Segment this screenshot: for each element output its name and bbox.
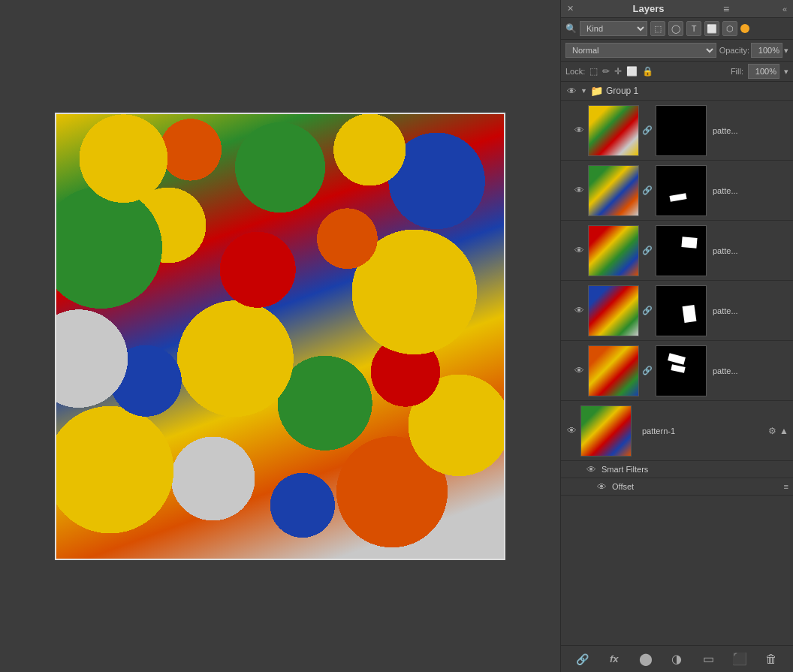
filter-type-btn[interactable]: T xyxy=(686,21,701,36)
fill-input[interactable] xyxy=(748,64,779,79)
opacity-arrow-icon: ▾ xyxy=(784,46,788,56)
group-folder-icon: 📁 xyxy=(590,85,603,97)
pattern1-visibility[interactable]: 👁 xyxy=(565,425,577,437)
layer-row[interactable]: 👁 🔗 patte... xyxy=(561,281,793,341)
offset-visibility[interactable]: 👁 xyxy=(596,481,608,493)
delete-layer-button[interactable]: 🗑 xyxy=(762,650,780,668)
group-label: Group 1 xyxy=(606,86,788,96)
layer-row[interactable]: 👁 🔗 patte... xyxy=(561,221,793,281)
pattern1-name: pattern-1 xyxy=(639,426,765,435)
pattern1-smartobj-icon: ⚙ xyxy=(768,426,776,436)
layer-1-visibility[interactable]: 👁 xyxy=(573,125,585,137)
canvas-area xyxy=(0,0,560,672)
layer-4-visibility[interactable]: 👁 xyxy=(573,305,585,317)
layer-1-mask-thumb xyxy=(656,105,707,156)
lock-transparent-icon[interactable]: ⬚ xyxy=(589,66,598,77)
fill-label: Fill: xyxy=(731,67,743,76)
opacity-input[interactable] xyxy=(751,43,782,58)
layer-row[interactable]: 👁 🔗 patte... xyxy=(561,161,793,221)
layer-5-chain-icon: 🔗 xyxy=(642,366,653,375)
smart-filters-label: Smart Filters xyxy=(602,465,648,474)
layer-effects-button[interactable]: fx xyxy=(605,650,623,668)
layer-3-visibility[interactable]: 👁 xyxy=(573,245,585,257)
layer-row[interactable]: 👁 🔗 patte... xyxy=(561,341,793,401)
lock-brush-icon[interactable]: ✏ xyxy=(602,66,610,77)
filter-adjustment-btn[interactable]: ◯ xyxy=(668,21,683,36)
blend-opacity-row: Normal Dissolve Multiply Screen Overlay … xyxy=(561,40,793,62)
lock-position-icon[interactable]: ✛ xyxy=(614,66,622,77)
layer-4-mask-thumb xyxy=(656,285,707,336)
filter-shape-btn[interactable]: ⬜ xyxy=(704,21,719,36)
new-layer-button[interactable]: ⬛ xyxy=(731,650,749,668)
layer-1-chain-icon: 🔗 xyxy=(642,125,653,135)
canvas xyxy=(55,113,505,560)
smart-filters-visibility[interactable]: 👁 xyxy=(585,463,597,475)
canvas-image xyxy=(55,113,505,560)
layer-4-thumb xyxy=(588,285,639,336)
group-collapse-arrow[interactable]: ▼ xyxy=(580,87,587,95)
search-icon: 🔍 xyxy=(565,23,577,34)
pattern1-expand-arrow[interactable]: ▲ xyxy=(779,426,788,436)
lock-all-icon[interactable]: 🔒 xyxy=(642,66,653,77)
opacity-label: Opacity: xyxy=(719,46,749,55)
lock-artboard-icon[interactable]: ⬜ xyxy=(626,66,638,77)
panel-collapse-button[interactable]: « xyxy=(782,5,787,14)
group-row[interactable]: 👁 ▼ 📁 Group 1 xyxy=(561,82,793,101)
pattern1-row[interactable]: 👁 pattern-1 ⚙ ▲ xyxy=(561,401,793,461)
layer-4-chain-icon: 🔗 xyxy=(642,306,653,315)
panel-footer: 🔗 fx ⬤ ◑ ▭ ⬛ 🗑 xyxy=(561,645,793,672)
blend-mode-select[interactable]: Normal Dissolve Multiply Screen Overlay xyxy=(565,43,716,58)
panel-title: Layers xyxy=(627,3,671,14)
layer-3-mask-thumb xyxy=(656,225,707,276)
offset-row: 👁 Offset ≡ xyxy=(561,478,793,496)
panel-header: ✕ Layers ≡ « xyxy=(561,0,793,18)
layer-5-mask-thumb xyxy=(656,345,707,396)
layer-2-thumb xyxy=(588,165,639,216)
offset-settings-icon[interactable]: ≡ xyxy=(784,482,788,491)
layer-3-chain-icon: 🔗 xyxy=(642,246,653,255)
layer-2-visibility[interactable]: 👁 xyxy=(573,185,585,197)
layer-2-chain-icon: 🔗 xyxy=(642,185,653,195)
filter-kind-select[interactable]: Kind xyxy=(580,21,647,36)
layer-3-name: patte... xyxy=(710,246,788,255)
layer-1-name: patte... xyxy=(710,126,788,135)
filter-smartobj-btn[interactable]: ⬡ xyxy=(722,21,737,36)
layer-2-name: patte... xyxy=(710,186,788,195)
add-adjustment-button[interactable]: ◑ xyxy=(668,650,686,668)
group-layers-button[interactable]: ▭ xyxy=(699,650,717,668)
layer-5-thumb xyxy=(588,345,639,396)
layers-panel: ✕ Layers ≡ « 🔍 Kind ⬚ ◯ T ⬜ ⬡ Normal Dis… xyxy=(560,0,793,672)
layer-3-thumb xyxy=(588,225,639,276)
panel-close-button[interactable]: ✕ xyxy=(567,4,574,14)
layer-1-thumb xyxy=(588,105,639,156)
panel-menu-icon[interactable]: ≡ xyxy=(723,3,729,15)
layer-2-mask-thumb xyxy=(656,165,707,216)
group-visibility-toggle[interactable]: 👁 xyxy=(565,85,577,97)
panel-title-area: Layers xyxy=(627,3,671,14)
pattern1-thumb xyxy=(580,405,632,457)
filter-row: 🔍 Kind ⬚ ◯ T ⬜ ⬡ xyxy=(561,18,793,40)
link-layers-button[interactable]: 🔗 xyxy=(574,650,592,668)
layer-row[interactable]: 👁 🔗 patte... xyxy=(561,101,793,161)
offset-label: Offset xyxy=(612,482,779,491)
layer-5-name: patte... xyxy=(710,366,788,375)
opacity-control: Opacity: ▾ xyxy=(719,43,788,58)
lock-row: Lock: ⬚ ✏ ✛ ⬜ 🔒 Fill: ▾ xyxy=(561,62,793,82)
layers-list: 👁 ▼ 📁 Group 1 👁 🔗 patte... 👁 🔗 p xyxy=(561,82,793,645)
filter-pixel-btn[interactable]: ⬚ xyxy=(650,21,665,36)
smart-filters-row: 👁 Smart Filters xyxy=(561,461,793,478)
layer-4-name: patte... xyxy=(710,306,788,315)
filter-active-indicator xyxy=(740,24,749,33)
add-mask-button[interactable]: ⬤ xyxy=(637,650,655,668)
lock-label: Lock: xyxy=(565,67,585,76)
layer-5-visibility[interactable]: 👁 xyxy=(573,365,585,377)
fill-arrow-icon: ▾ xyxy=(784,67,788,77)
